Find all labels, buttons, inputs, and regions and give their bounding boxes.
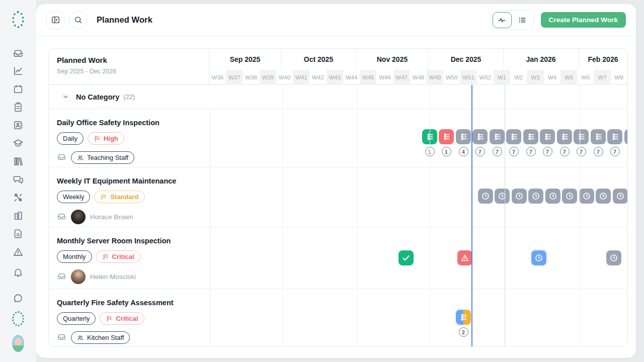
task-assignee: Kitchen Staff [57,331,203,344]
task-marker[interactable] [472,129,488,144]
task-marker[interactable] [495,189,510,204]
month-label: Sep 2025 [230,55,261,63]
task-marker[interactable] [540,129,555,144]
activity-icon [498,16,507,25]
task-marker[interactable] [456,129,471,144]
priority-label: Standard [110,193,138,201]
task-row: Monthly Server Room InspectionMonthlyCri… [49,227,627,289]
priority-badge: High [88,132,124,145]
design-tools-icon[interactable] [12,192,24,204]
view-toggle-group [491,10,534,30]
timeline-view-toggle[interactable] [493,12,512,28]
calendar-icon[interactable] [12,83,24,95]
user-avatar[interactable] [12,337,24,349]
task-marker[interactable] [457,250,472,265]
task-marker[interactable] [523,129,538,144]
organization-icon[interactable] [12,210,24,222]
task-count-badge: 2 [459,327,468,337]
gantt-title: Planned Work [57,56,201,64]
app-logo-icon[interactable] [12,14,24,26]
task-assignee: Teaching Staff [57,151,203,164]
task-badges: DailyHigh [57,132,203,145]
task-timeline: 114777777777 [210,109,628,167]
task-marker[interactable] [506,129,521,144]
month-header-cell: Feb 2026 [579,49,627,70]
month-label: Feb 2026 [588,55,618,63]
clipboard-icon[interactable] [12,101,24,113]
task-marker[interactable] [490,129,505,144]
task-marker[interactable] [562,189,577,204]
task-marker[interactable] [439,129,454,144]
task-row: Weekly IT Equipment MaintenanceWeeklySta… [49,167,627,227]
task-count-badge: 7 [526,147,536,156]
week-header-cell: W42 [309,70,326,85]
alerts-icon[interactable] [12,246,24,258]
education-icon[interactable] [12,137,24,149]
inbox-icon [57,211,66,223]
gantt-header: Planned Work Sep 2025 - Dec 2026 Sep 202… [49,49,627,85]
task-count-badge: 4 [459,147,468,156]
messages-icon[interactable] [12,173,24,186]
week-header-cell: W41 [293,70,309,85]
task-marker[interactable] [398,250,414,265]
task-marker[interactable] [606,250,621,265]
task-marker[interactable] [591,129,606,144]
task-marker[interactable] [456,310,471,325]
search-icon [73,15,83,25]
task-row-info[interactable]: Daily Office Safety InspectionDailyHighT… [49,109,210,167]
task-marker[interactable] [596,189,611,204]
notifications-icon[interactable] [12,266,24,279]
inbox-icon[interactable] [12,47,24,59]
week-header-cell: W46 [376,70,393,85]
team-name: Teaching Staff [87,154,128,161]
task-marker[interactable] [478,189,493,204]
frequency-badge: Quarterly [57,312,96,325]
month-label: Jan 2026 [526,55,555,63]
assignee-name: Horace Brown [90,213,133,221]
task-marker[interactable] [422,129,437,144]
task-marker[interactable] [613,189,628,204]
priority-label: Critical [116,315,138,322]
month-label: Dec 2025 [451,55,481,63]
week-header-cell: W45 [360,70,376,85]
task-count-badge: 7 [475,147,485,156]
library-icon[interactable] [12,155,24,167]
task-marker[interactable] [624,129,628,144]
contacts-icon[interactable] [12,119,24,131]
chat-icon[interactable] [12,292,24,304]
task-row-info[interactable]: Weekly IT Equipment MaintenanceWeeklySta… [49,167,210,227]
app-page: Planned Work Create Planned Work Planned… [0,0,644,362]
week-header-cell: W49 [427,70,443,85]
week-header-cell: W39 [260,70,276,85]
inbox-icon [57,271,66,283]
task-marker[interactable] [607,129,622,144]
team-name: Kitchen Staff [87,334,124,341]
month-label: Nov 2025 [377,55,408,63]
month-header-cell: Sep 2025 [209,49,281,70]
week-header-cell: W38 [243,70,259,85]
analytics-icon[interactable] [12,65,24,77]
task-marker[interactable] [531,250,546,265]
group-header-no-category[interactable]: No Category (22) [49,85,627,109]
task-marker[interactable] [579,189,594,204]
task-row-info[interactable]: Quarterly Fire Safety AssessmentQuarterl… [49,289,210,347]
months-row: Sep 2025Oct 2025Nov 2025Dec 2025Jan 2026… [209,49,627,70]
list-view-toggle[interactable] [513,12,532,28]
week-header-cell: W4 [544,70,560,85]
task-row-info[interactable]: Monthly Server Room InspectionMonthlyCri… [49,227,210,289]
task-marker[interactable] [512,189,527,204]
task-marker[interactable] [528,189,543,204]
task-title: Weekly IT Equipment Maintenance [57,177,203,185]
search-button[interactable] [69,11,87,29]
inbox-icon [57,332,66,343]
document-icon[interactable] [12,228,24,240]
create-planned-work-button[interactable]: Create Planned Work [541,12,626,28]
week-header-cell: W2 [510,70,527,85]
task-marker[interactable] [557,129,572,144]
task-marker[interactable] [545,189,560,204]
task-marker[interactable] [574,129,589,144]
team-badge: Teaching Staff [71,151,134,164]
sidebar-toggle-button[interactable] [46,11,64,29]
month-header-cell: Nov 2025 [356,49,429,70]
assignee-avatar [71,210,86,224]
